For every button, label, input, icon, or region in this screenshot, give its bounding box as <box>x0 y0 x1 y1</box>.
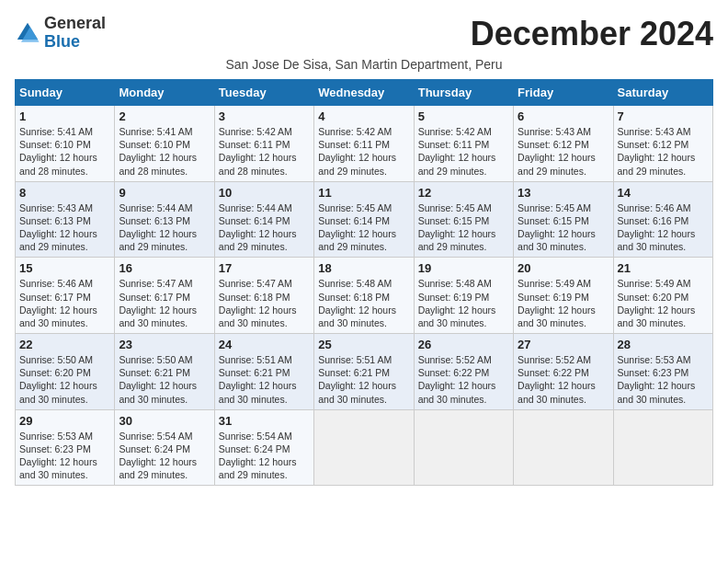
weekday-header-friday: Friday <box>514 80 613 106</box>
day-number: 19 <box>418 261 509 275</box>
day-info: Sunrise: 5:52 AMSunset: 6:22 PMDaylight:… <box>418 353 509 406</box>
weekday-header-saturday: Saturday <box>613 80 712 106</box>
day-info: Sunrise: 5:43 AMSunset: 6:12 PMDaylight:… <box>618 125 709 178</box>
day-number: 20 <box>518 261 609 275</box>
calendar-cell <box>414 409 513 486</box>
weekday-header-monday: Monday <box>115 80 214 106</box>
day-number: 5 <box>418 109 509 123</box>
calendar-week-3: 15Sunrise: 5:46 AMSunset: 6:17 PMDayligh… <box>16 258 713 334</box>
day-number: 3 <box>219 109 310 123</box>
day-number: 15 <box>19 261 110 275</box>
day-info: Sunrise: 5:49 AMSunset: 6:20 PMDaylight:… <box>618 277 709 329</box>
day-info: Sunrise: 5:49 AMSunset: 6:19 PMDaylight:… <box>518 277 609 329</box>
day-number: 21 <box>618 261 709 275</box>
weekday-header-wednesday: Wednesday <box>314 80 414 106</box>
day-info: Sunrise: 5:50 AMSunset: 6:21 PMDaylight:… <box>119 353 210 406</box>
calendar-cell: 2Sunrise: 5:41 AMSunset: 6:10 PMDaylight… <box>115 106 214 182</box>
calendar-cell <box>613 409 712 486</box>
day-number: 6 <box>518 109 609 123</box>
day-number: 26 <box>418 338 509 351</box>
day-info: Sunrise: 5:43 AMSunset: 6:12 PMDaylight:… <box>518 125 609 178</box>
calendar-cell: 31Sunrise: 5:54 AMSunset: 6:24 PMDayligh… <box>214 409 313 486</box>
day-number: 1 <box>19 109 110 123</box>
calendar-cell: 25Sunrise: 5:51 AMSunset: 6:21 PMDayligh… <box>314 334 414 410</box>
day-info: Sunrise: 5:42 AMSunset: 6:11 PMDaylight:… <box>418 125 509 178</box>
day-number: 18 <box>318 261 409 275</box>
calendar-week-1: 1Sunrise: 5:41 AMSunset: 6:10 PMDaylight… <box>16 106 713 182</box>
day-info: Sunrise: 5:41 AMSunset: 6:10 PMDaylight:… <box>19 125 110 178</box>
day-number: 23 <box>119 338 210 351</box>
day-number: 11 <box>318 186 409 200</box>
weekday-header-tuesday: Tuesday <box>214 80 313 106</box>
day-info: Sunrise: 5:47 AMSunset: 6:17 PMDaylight:… <box>119 277 210 329</box>
calendar-cell: 15Sunrise: 5:46 AMSunset: 6:17 PMDayligh… <box>16 258 115 334</box>
calendar-header: SundayMondayTuesdayWednesdayThursdayFrid… <box>16 80 713 106</box>
month-title: December 2024 <box>471 15 713 53</box>
day-number: 31 <box>219 414 310 428</box>
calendar-cell: 29Sunrise: 5:53 AMSunset: 6:23 PMDayligh… <box>16 409 115 486</box>
day-number: 12 <box>418 186 509 200</box>
day-info: Sunrise: 5:50 AMSunset: 6:20 PMDaylight:… <box>19 353 110 406</box>
day-number: 14 <box>618 186 709 200</box>
day-number: 13 <box>518 186 609 200</box>
calendar-cell: 18Sunrise: 5:48 AMSunset: 6:18 PMDayligh… <box>314 258 414 334</box>
day-number: 2 <box>119 109 210 123</box>
calendar-cell: 23Sunrise: 5:50 AMSunset: 6:21 PMDayligh… <box>115 334 214 410</box>
day-info: Sunrise: 5:42 AMSunset: 6:11 PMDaylight:… <box>318 125 409 178</box>
day-info: Sunrise: 5:54 AMSunset: 6:24 PMDaylight:… <box>119 430 210 482</box>
calendar-cell: 3Sunrise: 5:42 AMSunset: 6:11 PMDaylight… <box>214 106 313 182</box>
calendar-cell: 4Sunrise: 5:42 AMSunset: 6:11 PMDaylight… <box>314 106 414 182</box>
day-number: 24 <box>219 338 310 351</box>
logo-text: General Blue <box>44 15 106 52</box>
day-info: Sunrise: 5:53 AMSunset: 6:23 PMDaylight:… <box>19 430 110 482</box>
day-info: Sunrise: 5:47 AMSunset: 6:18 PMDaylight:… <box>219 277 310 329</box>
day-info: Sunrise: 5:46 AMSunset: 6:16 PMDaylight:… <box>618 201 709 254</box>
calendar-cell: 8Sunrise: 5:43 AMSunset: 6:13 PMDaylight… <box>16 181 115 258</box>
day-number: 17 <box>219 261 310 275</box>
weekday-header-thursday: Thursday <box>414 80 513 106</box>
day-info: Sunrise: 5:53 AMSunset: 6:23 PMDaylight:… <box>618 353 709 406</box>
calendar-table: SundayMondayTuesdayWednesdayThursdayFrid… <box>15 79 713 486</box>
calendar-cell: 10Sunrise: 5:44 AMSunset: 6:14 PMDayligh… <box>214 181 313 258</box>
day-number: 22 <box>19 338 110 351</box>
calendar-cell <box>314 409 414 486</box>
weekday-header-sunday: Sunday <box>16 80 115 106</box>
day-number: 30 <box>119 414 210 428</box>
day-number: 10 <box>219 186 310 200</box>
calendar-cell: 24Sunrise: 5:51 AMSunset: 6:21 PMDayligh… <box>214 334 313 410</box>
calendar-cell: 1Sunrise: 5:41 AMSunset: 6:10 PMDaylight… <box>16 106 115 182</box>
day-info: Sunrise: 5:54 AMSunset: 6:24 PMDaylight:… <box>219 430 310 482</box>
day-number: 29 <box>19 414 110 428</box>
calendar-cell: 19Sunrise: 5:48 AMSunset: 6:19 PMDayligh… <box>414 258 513 334</box>
day-number: 4 <box>318 109 409 123</box>
calendar-cell: 6Sunrise: 5:43 AMSunset: 6:12 PMDaylight… <box>514 106 613 182</box>
calendar-cell: 12Sunrise: 5:45 AMSunset: 6:15 PMDayligh… <box>414 181 513 258</box>
calendar-cell: 17Sunrise: 5:47 AMSunset: 6:18 PMDayligh… <box>214 258 313 334</box>
calendar-cell <box>514 409 613 486</box>
logo: General Blue <box>15 15 106 52</box>
calendar-cell: 28Sunrise: 5:53 AMSunset: 6:23 PMDayligh… <box>613 334 712 410</box>
calendar-cell: 20Sunrise: 5:49 AMSunset: 6:19 PMDayligh… <box>514 258 613 334</box>
day-info: Sunrise: 5:48 AMSunset: 6:18 PMDaylight:… <box>318 277 409 329</box>
day-info: Sunrise: 5:46 AMSunset: 6:17 PMDaylight:… <box>19 277 110 329</box>
day-info: Sunrise: 5:41 AMSunset: 6:10 PMDaylight:… <box>119 125 210 178</box>
calendar-cell: 14Sunrise: 5:46 AMSunset: 6:16 PMDayligh… <box>613 181 712 258</box>
calendar-cell: 16Sunrise: 5:47 AMSunset: 6:17 PMDayligh… <box>115 258 214 334</box>
subtitle: San Jose De Sisa, San Martin Department,… <box>15 57 713 72</box>
calendar-cell: 5Sunrise: 5:42 AMSunset: 6:11 PMDaylight… <box>414 106 513 182</box>
day-number: 28 <box>618 338 709 351</box>
day-info: Sunrise: 5:45 AMSunset: 6:15 PMDaylight:… <box>418 201 509 254</box>
day-info: Sunrise: 5:44 AMSunset: 6:14 PMDaylight:… <box>219 201 310 254</box>
calendar-cell: 27Sunrise: 5:52 AMSunset: 6:22 PMDayligh… <box>514 334 613 410</box>
calendar-cell: 7Sunrise: 5:43 AMSunset: 6:12 PMDaylight… <box>613 106 712 182</box>
calendar-cell: 22Sunrise: 5:50 AMSunset: 6:20 PMDayligh… <box>16 334 115 410</box>
day-info: Sunrise: 5:45 AMSunset: 6:14 PMDaylight:… <box>318 201 409 254</box>
day-info: Sunrise: 5:44 AMSunset: 6:13 PMDaylight:… <box>119 201 210 254</box>
calendar-cell: 13Sunrise: 5:45 AMSunset: 6:15 PMDayligh… <box>514 181 613 258</box>
day-info: Sunrise: 5:51 AMSunset: 6:21 PMDaylight:… <box>219 353 310 406</box>
calendar-week-5: 29Sunrise: 5:53 AMSunset: 6:23 PMDayligh… <box>16 409 713 486</box>
page-header: General Blue December 2024 <box>15 15 713 53</box>
day-number: 25 <box>318 338 409 351</box>
calendar-cell: 9Sunrise: 5:44 AMSunset: 6:13 PMDaylight… <box>115 181 214 258</box>
day-number: 27 <box>518 338 609 351</box>
